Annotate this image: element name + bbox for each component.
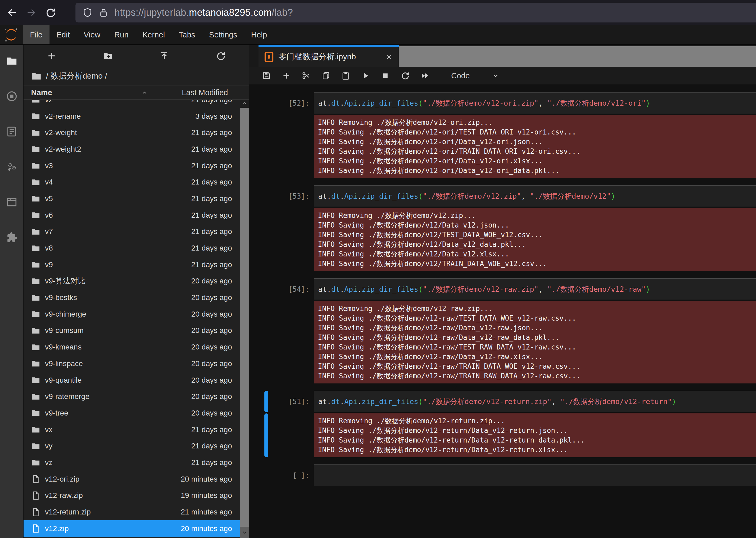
save-button[interactable]	[261, 70, 273, 81]
menu-help[interactable]: Help	[244, 25, 274, 44]
browser-forward-button[interactable]	[24, 5, 38, 20]
cell-collapser[interactable]	[264, 391, 268, 412]
file-row[interactable]: v9-tree20 days ago	[24, 405, 240, 421]
output-line: INFO Saving ./数据分析demo/v12-ori/Data_v12-…	[318, 156, 752, 166]
scrollbar-down-icon[interactable]	[240, 527, 249, 538]
output-line: INFO Saving ./数据分析demo/v12-return/Data_v…	[318, 435, 752, 445]
cell-input[interactable]: at.dt.Api.zip_dir_files("./数据分析demo/v12-…	[314, 391, 756, 412]
output-line: INFO Saving ./数据分析demo/v12-ori/Data_v12-…	[318, 166, 752, 175]
browser-chrome: https://jupyterlab.metanoia8295.com/lab?	[0, 0, 756, 25]
folder-icon	[31, 458, 40, 467]
copy-cells-button[interactable]	[320, 70, 332, 81]
interrupt-kernel-button[interactable]	[379, 70, 391, 81]
extensions-icon[interactable]	[0, 225, 24, 249]
file-modified: 20 days ago	[191, 293, 232, 302]
column-header-modified[interactable]: Last Modified	[182, 88, 228, 97]
file-list-header: Name Last Modified	[24, 86, 249, 100]
file-row[interactable]: v2-rename3 days ago	[24, 108, 240, 125]
output-line: INFO Saving ./数据分析demo/v12-raw/Data_v12-…	[318, 333, 752, 342]
folder-icon	[31, 326, 40, 335]
cell-type-dropdown[interactable]: Code	[451, 72, 500, 80]
file-row[interactable]: v9-linspace20 days ago	[24, 355, 240, 372]
file-row[interactable]: v9-bestks20 days ago	[24, 289, 240, 306]
cell-input[interactable]	[314, 464, 756, 486]
menu-run[interactable]: Run	[107, 25, 135, 44]
folder-icon	[31, 128, 40, 137]
paste-cells-button[interactable]	[340, 70, 352, 81]
menu-file[interactable]: File	[23, 25, 49, 44]
file-row[interactable]: v12-return.zip21 minutes ago	[24, 504, 240, 520]
menu-edit[interactable]: Edit	[49, 25, 77, 44]
scrollbar-thumb[interactable]	[240, 108, 249, 527]
file-name: v2-weight2	[45, 145, 81, 153]
column-header-name[interactable]: Name	[31, 88, 52, 97]
menu-kernel[interactable]: Kernel	[135, 25, 172, 44]
file-modified: 21 days ago	[191, 227, 232, 236]
insert-cell-button[interactable]	[281, 70, 292, 81]
file-row[interactable]: v9-ratemerge20 days ago	[24, 388, 240, 405]
file-name: v12-raw.zip	[45, 491, 83, 500]
new-folder-button[interactable]	[80, 51, 137, 61]
sort-ascending-icon[interactable]	[141, 89, 148, 96]
menu-settings[interactable]: Settings	[202, 25, 244, 44]
scrollbar-up-icon[interactable]	[240, 99, 249, 108]
file-row[interactable]: v9-chimerge20 days ago	[24, 306, 240, 322]
run-cell-button[interactable]	[360, 70, 371, 81]
cell-input[interactable]: at.dt.Api.zip_dir_files("./数据分析demo/v12.…	[314, 185, 756, 207]
tabs-icon[interactable]	[0, 190, 24, 214]
restart-kernel-button[interactable]	[399, 70, 411, 81]
browser-reload-button[interactable]	[43, 5, 58, 20]
menu-tabs[interactable]: Tabs	[172, 25, 202, 44]
output-collapser[interactable]	[264, 413, 268, 457]
execution-count: [ ]:	[249, 464, 314, 486]
file-name: v7	[45, 227, 53, 236]
file-row[interactable]: v521 days ago	[24, 190, 240, 207]
file-list-scrollbar[interactable]	[240, 99, 249, 538]
file-row[interactable]: v421 days ago	[24, 174, 240, 190]
file-row[interactable]: v12-ori.zip20 minutes ago	[24, 471, 240, 487]
breadcrumb[interactable]: / 数据分析demo /	[24, 67, 249, 86]
new-launcher-button[interactable]	[24, 51, 80, 61]
file-row[interactable]: v921 days ago	[24, 256, 240, 273]
file-row[interactable]: v9-cumsum20 days ago	[24, 322, 240, 339]
lock-icon[interactable]	[98, 8, 109, 18]
file-row[interactable]: v9-算法对比20 days ago	[24, 273, 240, 290]
output-line: INFO Saving ./数据分析demo/v12/TRAIN_DATA_WO…	[318, 259, 752, 268]
browser-back-button[interactable]	[5, 5, 19, 20]
cell-output: INFO Removing ./数据分析demo/v12-raw.zip...I…	[314, 301, 756, 383]
file-row[interactable]: vx21 days ago	[24, 421, 240, 438]
file-row[interactable]: v721 days ago	[24, 224, 240, 240]
refresh-button[interactable]	[193, 51, 249, 61]
gears-icon[interactable]	[0, 155, 24, 179]
file-row[interactable]: v9-quantile20 days ago	[24, 372, 240, 389]
file-row[interactable]: v621 days ago	[24, 207, 240, 224]
notebook-tab[interactable]: 零门槛数据分析.ipynb	[259, 45, 399, 67]
running-kernels-icon[interactable]	[0, 84, 24, 108]
property-inspector-icon[interactable]	[0, 120, 24, 143]
file-name: v8	[45, 244, 53, 252]
file-row[interactable]: v12.zip20 minutes ago	[24, 520, 240, 537]
file-name: v9-kmeans	[45, 343, 82, 351]
file-icon	[31, 524, 40, 533]
file-icon	[31, 508, 40, 517]
file-row[interactable]: v221 days ago	[24, 99, 240, 108]
shield-icon[interactable]	[83, 8, 93, 18]
menu-view[interactable]: View	[77, 25, 107, 44]
file-modified: 20 minutes ago	[181, 475, 232, 483]
tab-close-icon[interactable]	[385, 53, 393, 61]
upload-button[interactable]	[136, 51, 193, 61]
cell-input[interactable]: at.dt.Api.zip_dir_files("./数据分析demo/v12-…	[314, 92, 756, 114]
address-bar[interactable]: https://jupyterlab.metanoia8295.com/lab?	[76, 3, 756, 23]
cut-cells-button[interactable]	[300, 70, 312, 81]
restart-run-all-button[interactable]	[419, 70, 431, 81]
cell-input[interactable]: at.dt.Api.zip_dir_files("./数据分析demo/v12-…	[314, 278, 756, 300]
files-icon[interactable]	[0, 49, 24, 73]
file-row[interactable]: v2-weight21 days ago	[24, 124, 240, 141]
file-row[interactable]: v321 days ago	[24, 157, 240, 174]
file-row[interactable]: v821 days ago	[24, 240, 240, 256]
file-row[interactable]: v9-kmeans20 days ago	[24, 339, 240, 355]
file-row[interactable]: v12-raw.zip19 minutes ago	[24, 487, 240, 504]
file-row[interactable]: vz21 days ago	[24, 454, 240, 471]
file-row[interactable]: vy21 days ago	[24, 438, 240, 454]
file-row[interactable]: v2-weight221 days ago	[24, 141, 240, 157]
